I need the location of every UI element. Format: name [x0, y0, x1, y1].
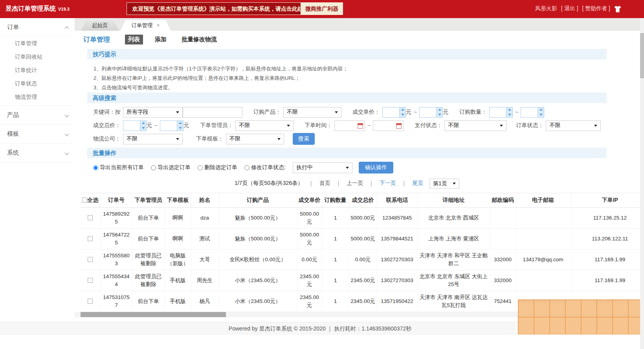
- yuan-label: 元: [406, 109, 411, 116]
- cell-order_no: 1475892925: [101, 208, 132, 229]
- batch-status-select[interactable]: 执行中: [293, 162, 352, 173]
- cell-template: 手机版: [165, 291, 191, 312]
- order-template-label: 下单模板：: [196, 135, 224, 142]
- radio-button[interactable]: [198, 165, 203, 170]
- cell-email: [516, 208, 571, 229]
- next-page-link[interactable]: 下一页: [380, 180, 396, 186]
- sidebar-item-订单管理[interactable]: 订单管理: [0, 37, 75, 50]
- sponsor-link[interactable]: [ 赞助作者 ]: [582, 5, 610, 11]
- row-checkbox[interactable]: [88, 299, 93, 304]
- batch-option-label: 修改订单状态:: [251, 164, 286, 171]
- batch-option-2[interactable]: 导出选定订单: [151, 164, 191, 171]
- qty-max-spinner[interactable]: [521, 107, 544, 118]
- row-checkbox[interactable]: [88, 215, 93, 220]
- row-checkbox[interactable]: [88, 257, 93, 262]
- batch-option-1[interactable]: 导出当前所有订单: [93, 164, 144, 171]
- spin-up-icon[interactable]: [401, 109, 404, 111]
- column-header-下单模板: 下单模板: [165, 193, 191, 208]
- total-min-spinner[interactable]: [123, 120, 147, 131]
- cell-phone: 1234857845: [377, 208, 417, 229]
- cell-admin: 前台下单: [132, 229, 165, 249]
- first-page-link[interactable]: 首页: [319, 180, 330, 186]
- page-select[interactable]: 第1页: [429, 179, 459, 188]
- calendar-icon[interactable]: [358, 123, 363, 129]
- tab-起始页[interactable]: 起始页: [81, 20, 119, 31]
- tab-订单管理[interactable]: 订单管理×: [121, 20, 171, 31]
- time-from-input[interactable]: [334, 120, 365, 131]
- unit-price-min-spinner[interactable]: [382, 107, 406, 118]
- vertical-scrollbar[interactable]: [640, 18, 644, 349]
- sidebar-group-模板[interactable]: 模板: [0, 125, 75, 144]
- page-nav: 列表添加批量修改物流: [125, 35, 220, 44]
- spin-down-icon[interactable]: [142, 127, 145, 129]
- product-select[interactable]: 不限: [283, 107, 341, 118]
- total-price-label: 成交总价：: [93, 122, 121, 129]
- vertical-scrollbar-thumb[interactable]: [640, 33, 644, 78]
- sidebar-item-订单回收站[interactable]: 订单回收站: [0, 50, 75, 64]
- prev-page-link[interactable]: 上一页: [347, 180, 363, 186]
- row-checkbox[interactable]: [88, 278, 93, 283]
- page-nav-添加[interactable]: 添加: [152, 35, 170, 44]
- top-bar: 昱杰订单管理系统V19.3 欢迎预览《昱杰订单管理系统》演示站，如需购买本系统，…: [0, 0, 644, 18]
- logistics-select[interactable]: 不限: [123, 134, 183, 144]
- sidebar-item-订单状态[interactable]: 订单状态: [0, 77, 75, 90]
- batch-option-4[interactable]: 修改订单状态:: [244, 164, 286, 171]
- cell-address: 北京市 北京市 西城区: [417, 208, 490, 229]
- confirm-operation-button[interactable]: 确认操作: [359, 162, 393, 174]
- table-row: 1475554344此管理员已被删除手机版周先生小米（2345.00元）2345…: [80, 270, 640, 291]
- select-all-checkbox[interactable]: [82, 198, 87, 203]
- page-nav-列表[interactable]: 列表: [125, 35, 143, 44]
- cell-total: 5000.00元: [349, 229, 377, 249]
- cell-address: 上海市 上海市 黄浦区: [417, 229, 490, 249]
- last-page-link[interactable]: 尾页: [412, 180, 423, 186]
- tab-close-icon[interactable]: ×: [157, 22, 160, 28]
- order-template-select[interactable]: 不限: [226, 134, 284, 144]
- promo-button[interactable]: 微商推广利器: [301, 2, 343, 15]
- logout-link[interactable]: [ 退出 ]: [561, 5, 578, 11]
- caret-down-icon: [453, 183, 456, 185]
- tips-heading: 技巧提示: [87, 49, 607, 59]
- batch-option-3[interactable]: 删除选定订单: [198, 164, 237, 171]
- sidebar-item-物流管理[interactable]: 物流管理: [0, 90, 75, 104]
- total-max-spinner[interactable]: [160, 120, 183, 131]
- sidebar-item-订单统计[interactable]: 订单统计: [0, 64, 75, 77]
- caret-down-icon: [335, 111, 338, 113]
- spin-up-icon[interactable]: [508, 109, 511, 111]
- batch-option-label: 导出当前所有订单: [100, 164, 144, 171]
- sidebar-group-label: 产品: [7, 111, 19, 118]
- qty-min-spinner[interactable]: [489, 107, 513, 118]
- spin-up-icon[interactable]: [142, 122, 145, 124]
- radio-button[interactable]: [244, 165, 250, 170]
- cell-order_no: 1475310757: [101, 291, 132, 312]
- spin-up-icon[interactable]: [539, 109, 543, 111]
- keyword-field-select[interactable]: 所有字段: [123, 107, 183, 118]
- sidebar-group-订单[interactable]: 订单: [0, 18, 75, 37]
- spin-down-icon[interactable]: [438, 114, 441, 116]
- search-button[interactable]: 搜索: [293, 133, 315, 145]
- calendar-icon[interactable]: [396, 123, 402, 129]
- admin-select[interactable]: 不限: [235, 120, 294, 131]
- spin-down-icon[interactable]: [508, 114, 511, 116]
- unit-price-max-spinner[interactable]: [419, 107, 443, 118]
- horizontal-scrollbar-thumb[interactable]: [81, 312, 226, 317]
- spin-down-icon[interactable]: [179, 127, 182, 129]
- shirt-icon[interactable]: [613, 5, 622, 13]
- spin-down-icon[interactable]: [539, 114, 543, 116]
- page-nav-批量修改物流[interactable]: 批量修改物流: [178, 35, 220, 44]
- radio-button[interactable]: [93, 165, 98, 170]
- spin-up-icon[interactable]: [179, 122, 182, 124]
- spin-up-icon[interactable]: [438, 109, 441, 111]
- cell-qty: 1: [322, 208, 349, 229]
- sidebar-group-产品[interactable]: 产品: [0, 106, 75, 125]
- pay-status-select[interactable]: 不限: [444, 120, 506, 131]
- spin-down-icon[interactable]: [401, 114, 404, 116]
- order-status-select[interactable]: 不限: [546, 120, 601, 131]
- cell-template: 啊啊: [165, 229, 191, 249]
- time-to-input[interactable]: [373, 120, 404, 131]
- caret-down-icon: [594, 125, 597, 127]
- row-checkbox[interactable]: [88, 236, 93, 241]
- sidebar-group-系统[interactable]: 系统: [0, 144, 75, 162]
- radio-button[interactable]: [151, 165, 156, 170]
- keyword-input[interactable]: [183, 107, 242, 118]
- demo-banner-link[interactable]: 欢迎预览《昱杰订单管理系统》演示站，如需购买本系统，请点击此处: [127, 2, 309, 15]
